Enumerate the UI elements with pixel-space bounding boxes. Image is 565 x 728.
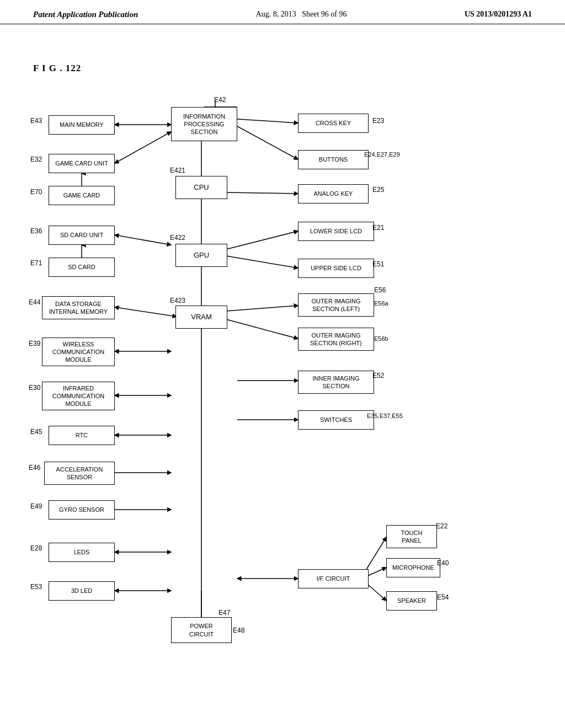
- label-e45: E45: [30, 428, 42, 436]
- label-e28: E28: [30, 544, 42, 552]
- label-e40: E40: [437, 559, 449, 567]
- label-e56b: E56b: [374, 335, 388, 342]
- 3d-led-box: 3D LED: [49, 581, 115, 601]
- label-e47: E47: [218, 609, 230, 617]
- label-e51: E51: [372, 260, 384, 268]
- svg-line-27: [226, 306, 298, 311]
- diagram-area: F I G . 122: [0, 30, 565, 692]
- svg-line-32: [364, 537, 386, 573]
- data-storage-box: DATA STORAGEINTERNAL MEMORY: [42, 296, 115, 319]
- outer-imaging-right-box: OUTER IMAGINGSECTION (RIGHT): [298, 328, 374, 351]
- sd-card-box: SD CARD: [49, 258, 115, 277]
- label-e49: E49: [30, 502, 42, 510]
- svg-line-3: [115, 235, 171, 245]
- label-e23: E23: [372, 117, 384, 125]
- svg-line-26: [226, 256, 298, 268]
- label-e42: E42: [214, 96, 226, 104]
- patent-number: US 2013/0201293 A1: [465, 10, 532, 19]
- publication-label: Patent Application Publication: [33, 10, 138, 19]
- label-e25: E25: [372, 186, 384, 194]
- power-circuit-box: POWERCIRCUIT: [171, 617, 232, 643]
- switches-box: SWITCHES: [298, 410, 374, 430]
- label-e24: E24,E27,E29: [364, 151, 400, 158]
- label-e36: E36: [30, 227, 42, 235]
- label-e56a: E56a: [374, 300, 388, 307]
- label-e56: E56: [374, 286, 386, 294]
- label-e35: E35,E37,E55: [367, 413, 403, 419]
- buttons-box: BUTTONS: [298, 150, 369, 169]
- label-e421: E421: [170, 167, 185, 174]
- inner-imaging-box: INNER IMAGINGSECTION: [298, 371, 374, 394]
- label-e30: E30: [29, 384, 40, 392]
- main-memory-box: MAIN MEMORY: [49, 115, 115, 135]
- svg-line-28: [226, 319, 298, 339]
- game-card-box: GAME CARD: [49, 186, 115, 205]
- label-e43: E43: [30, 117, 42, 125]
- cross-key-box: CROSS KEY: [298, 114, 369, 133]
- label-e53: E53: [30, 583, 42, 591]
- figure-label: F I G . 122: [33, 63, 81, 74]
- lower-side-lcd-box: LOWER SIDE LCD: [298, 222, 374, 241]
- label-e422: E422: [170, 234, 185, 242]
- label-e70: E70: [30, 188, 42, 196]
- gpu-box: GPU: [175, 244, 227, 267]
- page-header: Patent Application Publication Aug. 8, 2…: [0, 0, 565, 24]
- analog-key-box: ANALOG KEY: [298, 184, 369, 204]
- svg-line-23: [237, 126, 298, 159]
- label-e46: E46: [29, 464, 40, 472]
- svg-line-24: [226, 192, 298, 194]
- wireless-comm-box: WIRELESSCOMMUNICATIONMODULE: [42, 338, 115, 366]
- if-circuit-box: I/F CIRCUIT: [298, 569, 369, 588]
- game-card-unit-box: GAME CARD UNIT: [49, 154, 115, 173]
- label-e423: E423: [170, 297, 185, 304]
- sd-card-unit-box: SD CARD UNIT: [49, 226, 115, 245]
- label-e39: E39: [29, 340, 40, 347]
- vram-box: VRAM: [175, 306, 227, 329]
- outer-imaging-left-box: OUTER IMAGINGSECTION (LEFT): [298, 293, 374, 317]
- label-e21: E21: [372, 224, 384, 232]
- touch-panel-box: TOUCHPANEL: [386, 525, 437, 548]
- label-e32: E32: [30, 156, 42, 163]
- leds-box: LEDS: [49, 543, 115, 562]
- rtc-box: RTC: [49, 426, 115, 445]
- label-e71: E71: [30, 259, 42, 267]
- svg-line-25: [226, 231, 298, 249]
- svg-line-1: [115, 132, 171, 163]
- label-e44: E44: [29, 298, 40, 306]
- svg-line-5: [115, 307, 177, 317]
- date-label: Aug. 8, 2013 Sheet 96 of 96: [256, 10, 347, 19]
- speaker-box: SPEAKER: [386, 591, 437, 611]
- cpu-box: CPU: [175, 176, 227, 199]
- label-e48: E48: [233, 627, 244, 634]
- gyro-sensor-box: GYRO SENSOR: [49, 500, 115, 520]
- infrared-comm-box: INFRAREDCOMMUNICATIONMODULE: [42, 382, 115, 410]
- label-e22: E22: [436, 522, 447, 530]
- microphone-box: MICROPHONE: [386, 558, 440, 577]
- svg-line-22: [237, 119, 298, 123]
- info-processing-box: INFORMATIONPROCESSINGSECTION: [171, 107, 237, 141]
- label-e52: E52: [372, 372, 384, 379]
- upper-side-lcd-box: UPPER SIDE LCD: [298, 259, 374, 278]
- label-e54: E54: [437, 593, 449, 601]
- acceleration-sensor-box: ACCELERATIONSENSOR: [44, 462, 115, 485]
